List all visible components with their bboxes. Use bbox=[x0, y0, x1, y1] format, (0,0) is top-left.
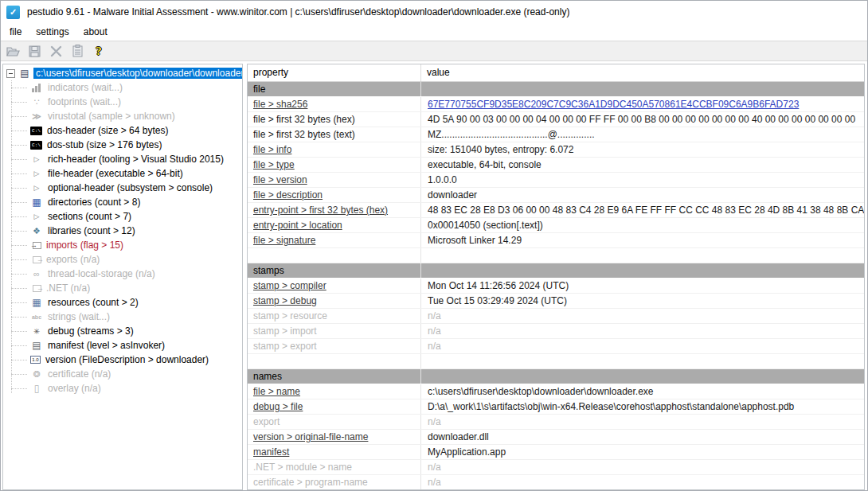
tree-item-resources[interactable]: resources (count > 2) bbox=[3, 295, 242, 310]
property-cell[interactable]: file > version bbox=[248, 173, 421, 187]
property-cell[interactable]: file > name bbox=[248, 384, 421, 399]
collapse-expander-icon[interactable] bbox=[6, 69, 15, 78]
property-row[interactable]: stamp > importn/a bbox=[248, 324, 864, 339]
property-cell[interactable]: file > info bbox=[248, 142, 421, 157]
footprints-icon bbox=[30, 96, 43, 107]
tree-item-target-file[interactable]: c:\users\dfiruser\desktop\downloader\dow… bbox=[3, 66, 242, 80]
tree-item-manifest[interactable]: manifest (level > asInvoker) bbox=[3, 338, 242, 353]
tree-item-dotnet[interactable]: .NET (n/a) bbox=[3, 281, 242, 295]
tree-item-certificate[interactable]: certificate (n/a) bbox=[3, 367, 242, 381]
properties-panel: property value filefile > sha25667E77075… bbox=[247, 64, 865, 490]
property-row[interactable]: stamp > debugTue Oct 15 03:29:49 2024 (U… bbox=[248, 294, 864, 309]
tree-item-label: file-header (executable > 64-bit) bbox=[45, 168, 186, 179]
value-cell: Microsoft Linker 14.29 bbox=[421, 233, 864, 247]
spacer-row bbox=[248, 248, 864, 263]
tree-item-label: manifest (level > asInvoker) bbox=[45, 340, 167, 351]
property-cell[interactable]: file > sha256 bbox=[248, 97, 421, 111]
help-icon[interactable]: ? bbox=[91, 43, 107, 59]
property-row[interactable]: file > first 32 bytes (text)MZ..........… bbox=[248, 127, 864, 142]
tree-item-virustotal[interactable]: virustotal (sample > unknown) bbox=[3, 109, 242, 123]
property-cell[interactable]: entry-point > location bbox=[248, 218, 421, 232]
tree-item-label: debug (streams > 3) bbox=[45, 325, 136, 337]
tree-item-footprints[interactable]: footprints (wait...) bbox=[3, 95, 242, 109]
section-value-cell bbox=[421, 82, 864, 96]
tree-item-label: exports (n/a) bbox=[44, 254, 102, 265]
tree-item-dos-header[interactable]: dos-header (size > 64 bytes) bbox=[3, 123, 242, 138]
property-row[interactable]: entry-point > first 32 bytes (hex)48 83 … bbox=[248, 203, 864, 218]
tree-item-debug[interactable]: debug (streams > 3) bbox=[3, 324, 242, 338]
property-row[interactable]: file > typeexecutable, 64-bit, console bbox=[248, 158, 864, 173]
version-icon bbox=[30, 356, 41, 364]
property-row[interactable]: file > first 32 bytes (hex)4D 5A 90 00 0… bbox=[248, 112, 864, 127]
tree-item-overlay[interactable]: overlay (n/a) bbox=[3, 381, 242, 396]
tree-item-label: thread-local-storage (n/a) bbox=[45, 268, 158, 279]
value-cell: MZ......................................… bbox=[421, 127, 864, 142]
tree-item-rich-header[interactable]: rich-header (tooling > Visual Studio 201… bbox=[3, 152, 242, 166]
save-icon[interactable] bbox=[26, 43, 42, 59]
menu-file[interactable]: file bbox=[2, 26, 29, 37]
section-label: stamps bbox=[248, 263, 421, 278]
tree-item-strings[interactable]: strings (wait...) bbox=[3, 310, 242, 324]
tree-item-exports[interactable]: exports (n/a) bbox=[3, 252, 242, 267]
tree-item-directories[interactable]: directories (count > 8) bbox=[3, 195, 242, 209]
property-row[interactable]: stamp > compilerMon Oct 14 11:26:56 2024… bbox=[248, 279, 864, 294]
tree-item-sections[interactable]: sections (count > 7) bbox=[3, 209, 242, 224]
tree-item-dos-stub[interactable]: dos-stub (size > 176 bytes) bbox=[3, 138, 242, 152]
property-row[interactable]: manifestMyApplication.app bbox=[248, 445, 864, 460]
property-row[interactable]: debug > fileD:\a\_work\1\s\artifacts\obj… bbox=[248, 399, 864, 415]
tree-item-libraries[interactable]: libraries (count > 12) bbox=[3, 224, 242, 238]
value-cell[interactable]: 67E770755CF9D35E8C209C7C9C36A1D9DC450A57… bbox=[421, 97, 864, 111]
property-cell[interactable]: entry-point > first 32 bytes (hex) bbox=[248, 203, 421, 217]
property-row[interactable]: file > infosize: 151040 bytes, entropy: … bbox=[248, 142, 864, 158]
property-row[interactable]: file > descriptiondownloader bbox=[248, 188, 864, 203]
menu-settings[interactable]: settings bbox=[29, 26, 76, 37]
property-cell[interactable]: file > type bbox=[248, 158, 421, 172]
property-cell[interactable]: file > signature bbox=[248, 233, 421, 247]
section-row[interactable]: names bbox=[248, 369, 864, 384]
column-header-property[interactable]: property bbox=[248, 64, 421, 81]
property-row[interactable]: stamp > exportn/a bbox=[248, 339, 864, 354]
property-row[interactable]: stamp > resourcen/a bbox=[248, 309, 864, 324]
value-cell: executable, 64-bit, console bbox=[421, 158, 864, 172]
property-cell[interactable]: stamp > debug bbox=[248, 294, 421, 308]
open-file-icon[interactable] bbox=[5, 43, 21, 59]
expand-triangle-icon bbox=[30, 154, 43, 165]
property-row[interactable]: exportn/a bbox=[248, 415, 864, 430]
tree-item-imports[interactable]: imports (flag > 15) bbox=[3, 238, 242, 252]
property-row[interactable]: certificate > program-namen/a bbox=[248, 475, 864, 490]
tree-item-indicators[interactable]: indicators (wait...) bbox=[3, 80, 242, 95]
property-cell[interactable]: version > original-file-name bbox=[248, 430, 421, 444]
tree-item-label: sections (count > 7) bbox=[45, 211, 134, 222]
close-file-icon[interactable] bbox=[48, 43, 64, 59]
section-row[interactable]: file bbox=[248, 82, 864, 97]
tree-item-label: certificate (n/a) bbox=[45, 368, 113, 380]
tree-item-optional-header[interactable]: optional-header (subsystem > console) bbox=[3, 181, 242, 195]
pestudio-app-icon: ✓ bbox=[6, 6, 20, 19]
report-icon[interactable] bbox=[69, 43, 85, 59]
property-cell[interactable]: manifest bbox=[248, 445, 421, 459]
directories-icon bbox=[30, 197, 43, 208]
tree-item-label: .NET (n/a) bbox=[44, 283, 92, 294]
section-label: file bbox=[248, 82, 421, 96]
property-row[interactable]: file > namec:\users\dfiruser\desktop\dow… bbox=[248, 384, 864, 399]
property-row[interactable]: version > original-file-namedownloader.d… bbox=[248, 430, 864, 445]
tree-item-label: dos-header (size > 64 bytes) bbox=[45, 125, 170, 136]
tree-item-thread-local-storage[interactable]: thread-local-storage (n/a) bbox=[3, 267, 242, 281]
manifest-icon bbox=[30, 340, 43, 351]
tree-item-version[interactable]: version (FileDescription > downloader) bbox=[3, 353, 242, 367]
debug-icon bbox=[30, 325, 43, 337]
column-header-value[interactable]: value bbox=[421, 64, 864, 81]
property-row[interactable]: .NET > module > namen/a bbox=[248, 460, 864, 475]
property-row[interactable]: file > version1.0.0.0 bbox=[248, 173, 864, 188]
tree-item-file-header[interactable]: file-header (executable > 64-bit) bbox=[3, 166, 242, 181]
value-cell: c:\users\dfiruser\desktop\downloader\dow… bbox=[421, 384, 864, 399]
property-row[interactable]: file > signatureMicrosoft Linker 14.29 bbox=[248, 233, 864, 248]
property-cell[interactable]: file > description bbox=[248, 188, 421, 202]
property-cell[interactable]: stamp > compiler bbox=[248, 279, 421, 293]
property-row[interactable]: file > sha25667E770755CF9D35E8C209C7C9C3… bbox=[248, 97, 864, 112]
menu-about[interactable]: about bbox=[76, 26, 115, 37]
section-row[interactable]: stamps bbox=[248, 263, 864, 279]
value-cell: Mon Oct 14 11:26:56 2024 (UTC) bbox=[421, 279, 864, 293]
property-cell[interactable]: debug > file bbox=[248, 399, 421, 414]
property-row[interactable]: entry-point > location0x00014050 (sectio… bbox=[248, 218, 864, 233]
